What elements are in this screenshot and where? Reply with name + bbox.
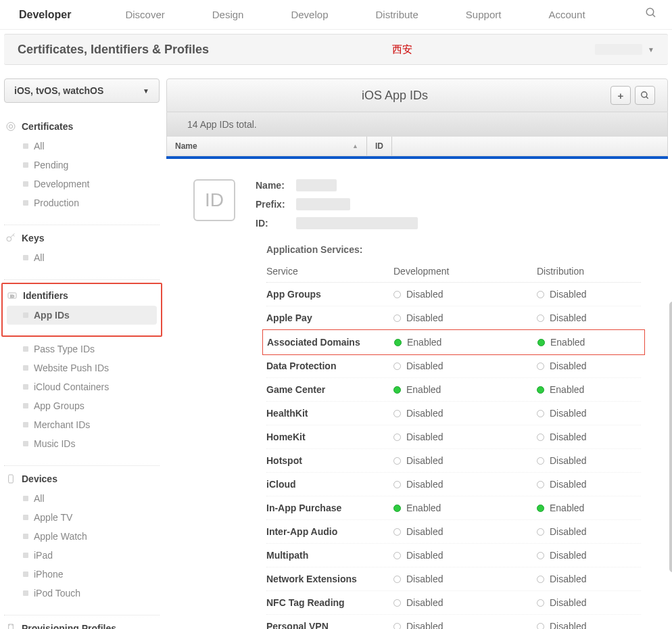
service-dist-status: Enabled — [537, 337, 640, 348]
svg-text:ID: ID — [10, 294, 15, 298]
bullet-icon — [23, 365, 28, 371]
service-row-game-center: Game CenterEnabledEnabled — [266, 378, 641, 402]
bullet-icon — [23, 200, 28, 206]
column-id[interactable]: ID — [367, 137, 392, 156]
content-title: iOS App IDs — [179, 89, 610, 103]
sidebar-item-all[interactable]: All — [4, 248, 160, 267]
service-dev-status: Disabled — [393, 289, 537, 300]
add-button[interactable]: + — [610, 86, 631, 105]
platform-select[interactable]: iOS, tvOS, watchOS ▼ — [4, 78, 160, 103]
service-dev-status: Enabled — [394, 337, 537, 348]
enabled-dot-icon — [393, 505, 401, 512]
service-dist-status: Disabled — [537, 408, 641, 419]
sidebar-item-ipod-touch[interactable]: iPod Touch — [4, 584, 160, 603]
service-dist-status: Enabled — [537, 503, 641, 513]
service-dist-status: Disabled — [537, 526, 641, 537]
sidebar-item-website-push-ids[interactable]: Website Push IDs — [4, 358, 160, 377]
sidebar-item-ipad[interactable]: iPad — [4, 546, 160, 565]
service-dist-status: Enabled — [537, 384, 641, 395]
platform-label: iOS, tvOS, watchOS — [14, 85, 103, 96]
nav-develop[interactable]: Develop — [291, 9, 328, 20]
nav-design[interactable]: Design — [212, 9, 244, 20]
sidebar-item-all[interactable]: All — [4, 489, 160, 508]
column-name[interactable]: Name ▲ — [167, 137, 367, 156]
nav-items: DiscoverDesignDevelopDistributeSupportAc… — [125, 9, 645, 20]
nav-account[interactable]: Account — [548, 9, 585, 20]
count-row: 14 App IDs total. — [166, 112, 668, 137]
disabled-dot-icon — [393, 291, 401, 298]
service-row-personal-vpn: Personal VPNDisabledDisabled — [266, 615, 641, 629]
nav-support[interactable]: Support — [466, 9, 502, 20]
disabled-dot-icon — [393, 623, 401, 630]
disabled-dot-icon — [537, 291, 544, 298]
sidebar-item-app-ids[interactable]: App IDs — [7, 306, 157, 325]
service-name: HomeKit — [266, 432, 393, 442]
sidebar-item-development[interactable]: Development — [4, 174, 160, 193]
disabled-dot-icon — [537, 434, 544, 441]
sidebar-item-apple-watch[interactable]: Apple Watch — [4, 527, 160, 546]
enabled-dot-icon — [393, 386, 401, 394]
service-row-associated-domains: Associated DomainsEnabledEnabled — [262, 329, 645, 355]
sidebar-item-app-groups[interactable]: App Groups — [4, 396, 160, 415]
bullet-icon — [23, 441, 28, 446]
svg-point-0 — [646, 8, 654, 16]
service-row-icloud: iCloudDisabledDisabled — [266, 473, 641, 496]
value-prefix — [296, 198, 350, 210]
bullet-icon — [23, 590, 28, 596]
service-row-hotspot: HotspotDisabledDisabled — [266, 449, 641, 473]
disabled-dot-icon — [537, 410, 544, 417]
sidebar-item-pass-type-ids[interactable]: Pass Type IDs — [4, 340, 160, 358]
value-name — [296, 179, 337, 191]
sidebar-item-all[interactable]: All — [4, 137, 160, 156]
service-dev-status: Disabled — [393, 455, 537, 466]
service-dist-status: Disabled — [537, 360, 641, 371]
svg-rect-7 — [9, 475, 14, 483]
svg-point-8 — [642, 92, 647, 97]
sidebar-item-pending[interactable]: Pending — [4, 156, 160, 174]
nav-discover[interactable]: Discover — [125, 9, 164, 20]
chevron-down-icon: ▼ — [143, 87, 149, 95]
section-keys: Keys — [4, 228, 160, 248]
account-dropdown[interactable]: ▼ — [595, 44, 654, 55]
sidebar-item-apple-tv[interactable]: Apple TV — [4, 508, 160, 527]
sidebar-item-merchant-ids[interactable]: Merchant IDs — [4, 415, 160, 434]
label-id: ID: — [256, 218, 296, 229]
sidebar-item-music-ids[interactable]: Music IDs — [4, 434, 160, 453]
bullet-icon — [23, 553, 28, 558]
service-name: Multipath — [266, 550, 393, 561]
enabled-dot-icon — [394, 339, 402, 346]
sidebar-item-production[interactable]: Production — [4, 193, 160, 212]
sidebar-item-iphone[interactable]: iPhone — [4, 565, 160, 584]
brand: Developer — [19, 9, 71, 21]
bullet-icon — [23, 143, 28, 149]
sidebar: iOS, tvOS, watchOS ▼ CertificatesAllPend… — [4, 78, 166, 629]
service-name: Personal VPN — [266, 621, 393, 629]
service-dist-status: Disabled — [537, 289, 641, 300]
sidebar-item-icloud-containers[interactable]: iCloud Containers — [4, 377, 160, 396]
subheader: Certificates, Identifiers & Profiles 西安 … — [4, 34, 668, 65]
svg-point-4 — [7, 237, 11, 241]
svg-point-3 — [9, 124, 12, 128]
scrollbar[interactable] — [669, 302, 672, 572]
bullet-icon — [23, 346, 28, 352]
disabled-dot-icon — [537, 576, 544, 583]
service-dist-status: Disabled — [537, 574, 641, 584]
service-dist-status: Disabled — [537, 550, 641, 561]
svg-point-2 — [7, 122, 15, 131]
service-name: iCloud — [266, 479, 393, 490]
service-dist-status: Disabled — [537, 432, 641, 442]
disabled-dot-icon — [393, 576, 401, 583]
search-icon[interactable] — [645, 7, 657, 22]
enabled-dot-icon — [537, 339, 545, 346]
search-button[interactable] — [635, 86, 655, 105]
service-name: HealthKit — [266, 408, 393, 419]
nav-distribute[interactable]: Distribute — [375, 9, 418, 20]
service-row-apple-pay: Apple PayDisabledDisabled — [266, 306, 641, 330]
service-row-data-protection: Data ProtectionDisabledDisabled — [266, 354, 641, 378]
bullet-icon — [23, 515, 28, 520]
service-row-inter-app-audio: Inter-App AudioDisabledDisabled — [266, 520, 641, 544]
content-header: iOS App IDs + — [166, 78, 668, 112]
service-dev-status: Disabled — [393, 432, 537, 442]
disabled-dot-icon — [393, 314, 401, 322]
enabled-dot-icon — [537, 505, 544, 512]
